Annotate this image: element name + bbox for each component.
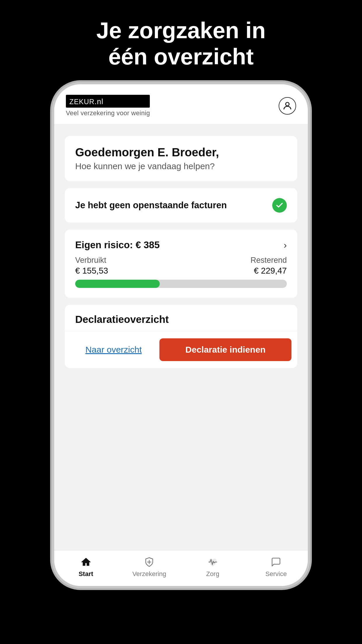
- logo-suffix: .nl: [94, 97, 103, 106]
- declaratie-card: Declaratieoverzicht Naar overzicht Decla…: [65, 305, 297, 368]
- svg-point-0: [286, 102, 289, 106]
- app-header: ZEKUR.nl Veel verzekering voor weinig: [54, 84, 308, 124]
- check-circle-icon: [272, 198, 287, 213]
- no-invoice-card: Je hebt geen openstaande facturen: [65, 188, 297, 223]
- chevron-right-icon: ›: [284, 240, 287, 251]
- nav-label-zorg: Zorg: [206, 570, 219, 578]
- main-content: Goedemorgen E. Broeder, Hoe kunnen we je…: [54, 124, 308, 550]
- phone-inner: ZEKUR.nl Veel verzekering voor weinig Go…: [54, 84, 308, 586]
- heart-ecg-icon: [208, 557, 218, 567]
- naar-overzicht-button[interactable]: Naar overzicht: [71, 340, 157, 360]
- risico-title: Eigen risico: € 385: [75, 239, 160, 251]
- risico-header: Eigen risico: € 385 ›: [75, 239, 287, 251]
- nav-icon-verzekering: [143, 556, 156, 568]
- risico-card[interactable]: Eigen risico: € 385 › Verbruikt € 155,53…: [65, 230, 297, 298]
- greeting-title: Goedemorgen E. Broeder,: [75, 146, 287, 159]
- nav-item-start[interactable]: Start: [54, 556, 118, 578]
- phone-frame: ZEKUR.nl Veel verzekering voor weinig Go…: [54, 84, 308, 586]
- verbruikt-col: Verbruikt € 155,53: [75, 256, 108, 276]
- logo-text: ZEKUR: [69, 98, 94, 106]
- bottom-nav: Start Verzekering: [54, 550, 308, 586]
- nav-label-verzekering: Verzekering: [132, 570, 166, 578]
- profile-icon-button[interactable]: [279, 97, 296, 115]
- logo-tagline: Veel verzekering voor weinig: [66, 109, 150, 117]
- greeting-subtitle: Hoe kunnen we je vandaag helpen?: [75, 161, 287, 171]
- nav-icon-zorg: [206, 556, 219, 568]
- verbruikt-value: € 155,53: [75, 266, 108, 276]
- risico-amounts: Verbruikt € 155,53 Resterend € 229,47: [75, 256, 287, 276]
- shield-plus-icon: [144, 557, 154, 567]
- declaratie-actions: Naar overzicht Declaratie indienen: [65, 331, 297, 368]
- nav-icon-service: [270, 556, 282, 568]
- progress-bar-fill: [75, 280, 160, 288]
- declaratie-indienen-button[interactable]: Declaratie indienen: [159, 338, 291, 361]
- progress-bar-background: [75, 280, 287, 288]
- resterend-label: Resterend: [250, 256, 287, 265]
- nav-label-service: Service: [266, 570, 287, 578]
- logo: ZEKUR.nl: [66, 95, 150, 108]
- profile-icon: [282, 101, 293, 111]
- no-invoice-row: Je hebt geen openstaande facturen: [75, 198, 287, 213]
- nav-label-start: Start: [79, 570, 93, 578]
- greeting-section: Goedemorgen E. Broeder, Hoe kunnen we je…: [65, 136, 297, 181]
- resterend-col: Resterend € 229,47: [250, 256, 287, 276]
- nav-item-service[interactable]: Service: [245, 556, 308, 578]
- nav-item-zorg[interactable]: Zorg: [181, 556, 245, 578]
- no-invoice-text: Je hebt geen openstaande facturen: [75, 200, 227, 211]
- resterend-value: € 229,47: [250, 266, 287, 276]
- home-icon: [81, 557, 91, 567]
- nav-icon-start: [80, 556, 92, 568]
- nav-item-verzekering[interactable]: Verzekering: [118, 556, 181, 578]
- declaratie-title: Declaratieoverzicht: [65, 305, 297, 331]
- page-headline: Je zorgzaken in één overzicht: [73, 18, 289, 70]
- verbruikt-label: Verbruikt: [75, 256, 108, 265]
- checkmark-icon: [275, 201, 284, 209]
- logo-block: ZEKUR.nl Veel verzekering voor weinig: [66, 95, 150, 117]
- chat-icon: [271, 557, 281, 567]
